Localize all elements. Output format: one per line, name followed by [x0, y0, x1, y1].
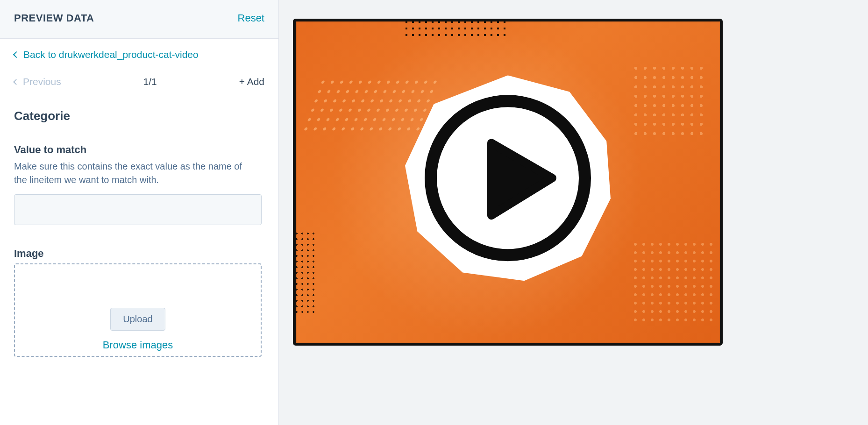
panel-header: PREVIEW DATA Reset: [0, 0, 278, 39]
previous-label: Previous: [23, 76, 61, 87]
halftone-decoration: [631, 64, 706, 138]
value-to-match-input[interactable]: [14, 194, 262, 225]
add-button[interactable]: + Add: [239, 76, 264, 87]
page-count: 1/1: [143, 76, 157, 87]
chevron-left-icon: [13, 51, 20, 58]
play-icon: [405, 75, 611, 281]
image-dropzone[interactable]: Upload Browse images: [14, 263, 262, 357]
field-value-to-match: Value to match Make sure this contains t…: [14, 144, 264, 225]
previous-button: Previous: [14, 76, 61, 87]
back-link[interactable]: Back to drukwerkdeal_product-cat-video: [14, 49, 264, 60]
halftone-decoration: [403, 19, 506, 37]
halftone-decoration: [631, 240, 715, 324]
reset-button[interactable]: Reset: [238, 12, 264, 24]
halftone-decoration: [294, 231, 317, 315]
upload-button[interactable]: Upload: [110, 308, 165, 331]
section-heading: Categorie: [14, 109, 264, 123]
preview-thumbnail[interactable]: [293, 19, 723, 346]
back-link-label: Back to drukwerkdeal_product-cat-video: [23, 49, 199, 60]
browse-images-link[interactable]: Browse images: [103, 339, 173, 351]
preview-data-panel: PREVIEW DATA Reset Back to drukwerkdeal_…: [0, 0, 279, 425]
field-image: Image Upload Browse images: [14, 248, 264, 357]
preview-area: [279, 0, 868, 425]
field-help: Make sure this contains the exact value …: [14, 160, 257, 187]
record-nav: Previous 1/1 + Add: [14, 76, 264, 87]
chevron-left-icon: [13, 79, 19, 85]
field-label: Image: [14, 248, 264, 260]
field-label: Value to match: [14, 144, 264, 156]
panel-title: PREVIEW DATA: [14, 12, 94, 24]
panel-body: Back to drukwerkdeal_product-cat-video P…: [0, 39, 278, 425]
